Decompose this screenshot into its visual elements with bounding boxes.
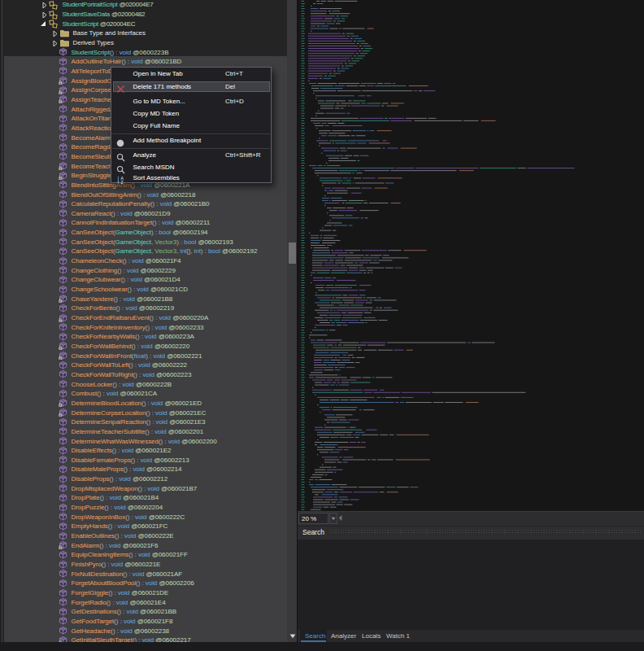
svg-text:Z: Z: [120, 180, 123, 185]
